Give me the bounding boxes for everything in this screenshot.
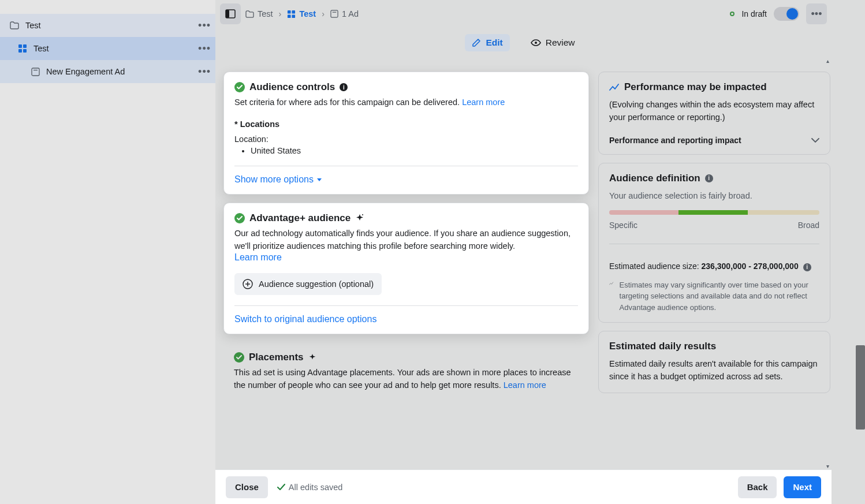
advantage-audience-card: Advantage+ audience Our ad technology au… (223, 203, 589, 335)
panel-toggle-button[interactable] (220, 3, 241, 24)
close-button[interactable]: Close (226, 476, 268, 498)
switch-audience-link[interactable]: Switch to original audience options (234, 314, 376, 324)
tab-label: Edit (486, 38, 502, 48)
row-menu-icon[interactable]: ••• (198, 20, 211, 32)
info-icon[interactable]: i (340, 83, 348, 91)
show-more-options-link[interactable]: Show more options (234, 174, 322, 184)
check-icon (277, 484, 285, 491)
card-description: This ad set is using Advantage placement… (234, 367, 579, 392)
trend-icon (609, 83, 620, 91)
chevron-right-icon: › (322, 9, 325, 18)
card-title: Advantage+ audience (249, 212, 351, 224)
audience-suggestion-button[interactable]: Audience suggestion (optional) (234, 273, 382, 295)
impact-expander[interactable]: Performance and reporting impact (609, 136, 819, 145)
performance-impact-card: Performance may be impacted (Evolving ch… (598, 72, 830, 155)
divider (234, 166, 578, 166)
learn-more-link[interactable]: Learn more (234, 252, 282, 262)
svg-rect-10 (288, 14, 291, 18)
trend-icon (609, 279, 614, 288)
locations-heading: * Locations (234, 120, 578, 129)
placements-card: Placements This ad set is using Advantag… (223, 342, 589, 401)
breadcrumb: Test › Test › 1 Ad (245, 9, 359, 18)
chevron-down-icon (811, 138, 819, 143)
panel-description: Estimated daily results aren't available… (609, 358, 819, 383)
tab-review[interactable]: Review (524, 34, 582, 51)
location-label: Location: (234, 135, 578, 144)
window-scrollbar[interactable] (832, 0, 865, 504)
publish-toggle[interactable] (774, 7, 799, 21)
learn-more-link[interactable]: Learn more (504, 380, 546, 390)
svg-rect-8 (288, 10, 291, 13)
footer-bar: Close All edits saved Back Next (215, 469, 832, 504)
divider (234, 305, 578, 306)
audience-gauge: Specific Broad (609, 210, 819, 230)
plus-circle-icon (243, 279, 253, 289)
svg-rect-2 (18, 49, 22, 53)
more-menu-button[interactable]: ••• (806, 3, 827, 24)
scroll-indicator: ▴ ▾ (823, 58, 832, 469)
breadcrumb-campaign[interactable]: Test (245, 9, 273, 18)
svg-rect-11 (292, 14, 296, 18)
check-icon (234, 352, 244, 363)
breadcrumb-ad[interactable]: 1 Ad (330, 9, 359, 18)
gauge-label-broad: Broad (798, 221, 819, 230)
tree-label: New Engagement Ad (46, 67, 125, 76)
svg-rect-7 (226, 10, 229, 18)
row-menu-icon[interactable]: ••• (198, 43, 211, 55)
status-indicator-icon (730, 12, 734, 16)
daily-results-card: Estimated daily results Estimated daily … (598, 331, 830, 393)
row-menu-icon[interactable]: ••• (198, 66, 211, 78)
panel-title: Performance may be impacted (624, 81, 767, 93)
estimate-note: Estimates may vary significantly over ti… (620, 279, 819, 313)
gauge-label-specific: Specific (609, 221, 637, 230)
location-list: United States (234, 146, 578, 155)
sparkle-icon (308, 353, 316, 361)
sparkle-icon (355, 214, 364, 223)
learn-more-link[interactable]: Learn more (462, 98, 505, 107)
tree-label: Test (33, 44, 49, 53)
ad-icon (30, 67, 40, 76)
back-button[interactable]: Back (738, 476, 777, 498)
tree-label: Test (25, 21, 41, 30)
panel-title: Audience definition (609, 173, 700, 184)
card-title: Placements (249, 352, 304, 363)
status-label: In draft (741, 9, 767, 18)
svg-rect-9 (292, 10, 296, 13)
info-icon[interactable]: i (705, 174, 713, 182)
panel-description: (Evolving changes within the ads ecosyst… (609, 99, 819, 124)
tab-edit[interactable]: Edit (465, 34, 509, 51)
save-status: All edits saved (277, 483, 343, 492)
check-icon (234, 82, 245, 92)
audience-controls-card: Audience controls i Set criteria for whe… (223, 72, 589, 195)
chevron-right-icon: › (279, 9, 282, 18)
scroll-down-icon[interactable]: ▾ (826, 463, 829, 469)
info-icon[interactable]: i (803, 263, 811, 271)
card-title: Audience controls (249, 81, 335, 93)
svg-rect-4 (32, 68, 39, 76)
folder-icon (9, 21, 20, 30)
main-panel: Test › Test › 1 Ad In draft ••• Edit (215, 0, 832, 504)
scroll-up-icon[interactable]: ▴ (826, 58, 829, 64)
svg-rect-3 (23, 49, 27, 53)
audience-definition-card: Audience definition i Your audience sele… (598, 163, 830, 323)
svg-point-15 (362, 214, 363, 215)
campaign-tree-sidebar: Test ••• Test ••• New Engagement Ad ••• (0, 0, 215, 504)
breadcrumb-adset[interactable]: Test (287, 9, 316, 18)
tree-row-adset[interactable]: Test ••• (0, 37, 215, 60)
grid-icon (17, 44, 28, 53)
scrollbar-thumb[interactable] (856, 345, 865, 430)
next-button[interactable]: Next (784, 476, 821, 498)
tab-label: Review (546, 38, 575, 48)
check-icon (234, 213, 245, 223)
card-description: Our ad technology automatically finds yo… (234, 227, 578, 253)
tree-row-campaign[interactable]: Test ••• (0, 14, 215, 37)
tree-row-ad[interactable]: New Engagement Ad ••• (0, 60, 215, 83)
svg-rect-1 (23, 44, 27, 48)
audience-note: Your audience selection is fairly broad. (609, 190, 819, 203)
audience-size-row: Estimated audience size: 236,300,000 - 2… (609, 262, 819, 271)
svg-point-14 (535, 42, 537, 44)
location-item: United States (251, 146, 578, 155)
svg-rect-0 (18, 44, 22, 48)
panel-title: Estimated daily results (609, 341, 716, 352)
topbar: Test › Test › 1 Ad In draft ••• (215, 0, 832, 28)
